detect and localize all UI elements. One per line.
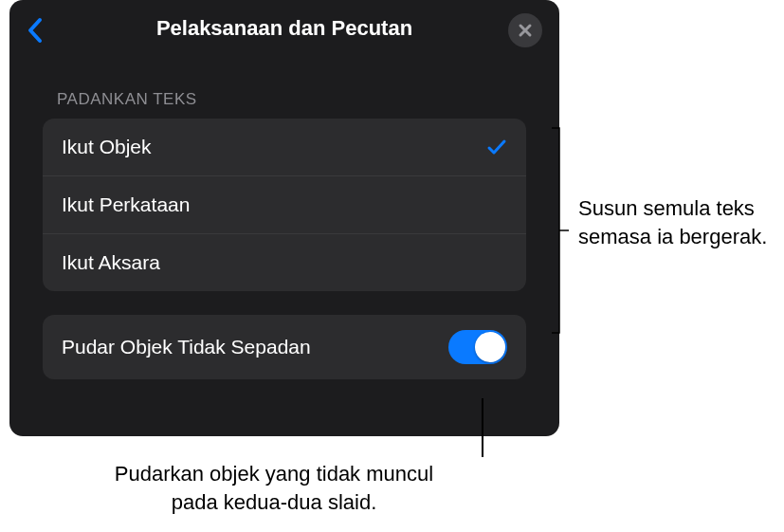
section-label: PADANKAN TEKS (57, 90, 559, 109)
chevron-left-icon (27, 17, 44, 44)
fade-toggle[interactable] (448, 330, 507, 364)
callout-line-bottom (482, 398, 483, 457)
annotation-right: Susun semula teks semasa ia bergerak. (578, 194, 784, 250)
close-button[interactable] (508, 13, 542, 47)
toggle-knob (475, 332, 505, 362)
match-text-list: Ikut Objek Ikut Perkataan Ikut Aksara (43, 119, 526, 291)
option-by-word[interactable]: Ikut Perkataan (43, 176, 526, 234)
option-by-character[interactable]: Ikut Aksara (43, 234, 526, 291)
back-button[interactable] (27, 17, 44, 44)
callout-bracket (550, 126, 569, 335)
annotation-bottom: Pudarkan objek yang tidak muncul pada ke… (99, 460, 449, 516)
option-label: Ikut Perkataan (62, 193, 190, 216)
close-icon (518, 23, 533, 38)
panel-title: Pelaksanaan dan Pecutan (156, 16, 412, 41)
option-label: Ikut Aksara (62, 251, 160, 274)
panel-header: Pelaksanaan dan Pecutan (9, 0, 559, 57)
toggle-label: Pudar Objek Tidak Sepadan (62, 336, 311, 358)
option-label: Ikut Objek (62, 136, 152, 158)
checkmark-icon (486, 137, 507, 157)
option-by-object[interactable]: Ikut Objek (43, 119, 526, 176)
fade-toggle-row: Pudar Objek Tidak Sepadan (43, 315, 526, 379)
settings-panel: Pelaksanaan dan Pecutan PADANKAN TEKS Ik… (9, 0, 559, 436)
